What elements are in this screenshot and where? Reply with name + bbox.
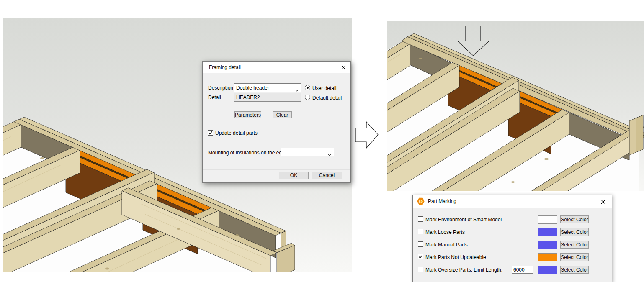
mark-oversize-parts-label: Mark Oversize Parts. Limit Length:	[425, 267, 502, 273]
update-detail-parts-checkbox[interactable]	[208, 130, 213, 136]
ok-button[interactable]: OK	[279, 172, 309, 179]
part-marking-titlebar[interactable]: BD Part Marking	[413, 195, 612, 208]
mark-environment-label: Mark Environment of Smart Model	[425, 217, 502, 223]
default-detail-label: Default detail	[312, 95, 342, 101]
update-detail-parts-label: Update detail parts	[215, 130, 258, 136]
detail-label: Detail	[208, 95, 221, 100]
not-updateable-color-swatch	[538, 253, 557, 261]
detail-value: HEADER2	[236, 95, 260, 100]
chevron-down-icon	[328, 151, 331, 157]
mark-manual-parts-row: Mark Manual Parts Select Color	[413, 240, 612, 249]
mounting-combobox[interactable]	[281, 148, 334, 156]
loose-parts-color-swatch	[538, 228, 557, 236]
user-detail-radio[interactable]	[305, 85, 310, 90]
select-color-button[interactable]: Select Color	[560, 241, 589, 249]
mark-loose-parts-label: Mark Loose Parts	[425, 229, 465, 235]
dialog-title: Part Marking	[428, 198, 456, 204]
mark-manual-parts-label: Mark Manual Parts	[425, 242, 468, 248]
mark-oversize-parts-row: Mark Oversize Parts. Limit Length: Selec…	[413, 265, 612, 274]
description-value: Double header	[236, 85, 269, 91]
clear-button[interactable]: Clear	[273, 111, 292, 118]
mark-oversize-parts-checkbox[interactable]	[418, 267, 423, 272]
mark-parts-not-updateable-row: Mark Parts Not Updateable Select Color	[413, 253, 612, 262]
framing-dialog-titlebar[interactable]: Framing detail	[203, 62, 350, 73]
description-label: Description	[208, 85, 233, 91]
select-color-button[interactable]: Select Color	[560, 228, 589, 236]
right-arrow-icon	[355, 122, 378, 148]
default-detail-radio[interactable]	[305, 95, 310, 100]
select-color-button[interactable]: Select Color	[560, 215, 589, 223]
close-icon[interactable]	[340, 64, 347, 71]
oversize-color-swatch	[538, 266, 557, 274]
parameters-button[interactable]: Parameters	[234, 111, 261, 118]
environment-color-swatch	[538, 215, 557, 224]
select-color-button[interactable]: Select Color	[560, 266, 589, 274]
transition-arrow	[354, 119, 381, 151]
mark-environment-row: Mark Environment of Smart Model Select C…	[413, 215, 612, 224]
select-color-button[interactable]: Select Color	[560, 253, 589, 261]
framing-detail-dialog: Framing detail Description Double header…	[202, 61, 351, 183]
part-marking-app-icon: BD	[417, 197, 425, 205]
part-marking-dialog: BD Part Marking Mark Environment of Smar…	[412, 195, 612, 282]
footer-separator	[203, 169, 350, 170]
mark-parts-not-updateable-checkbox[interactable]	[418, 254, 423, 259]
mark-parts-not-updateable-label: Mark Parts Not Updateable	[425, 254, 486, 260]
cancel-button[interactable]: Cancel	[312, 172, 342, 179]
user-detail-label: User detail	[312, 85, 336, 91]
mark-manual-parts-checkbox[interactable]	[418, 241, 423, 247]
detail-field[interactable]: HEADER2	[234, 93, 301, 102]
description-combobox[interactable]: Double header	[234, 83, 301, 92]
dialog-title: Framing detail	[209, 64, 241, 70]
mark-loose-parts-checkbox[interactable]	[418, 229, 423, 234]
right-3d-viewport[interactable]	[387, 21, 644, 191]
manual-parts-color-swatch	[538, 241, 557, 249]
mounting-label: Mounting of insulations on the edge	[208, 150, 287, 156]
limit-length-input[interactable]	[512, 266, 533, 274]
close-icon[interactable]	[599, 198, 607, 205]
chevron-down-icon	[295, 87, 299, 93]
mark-loose-parts-row: Mark Loose Parts Select Color	[413, 228, 612, 237]
mark-environment-checkbox[interactable]	[418, 216, 423, 222]
